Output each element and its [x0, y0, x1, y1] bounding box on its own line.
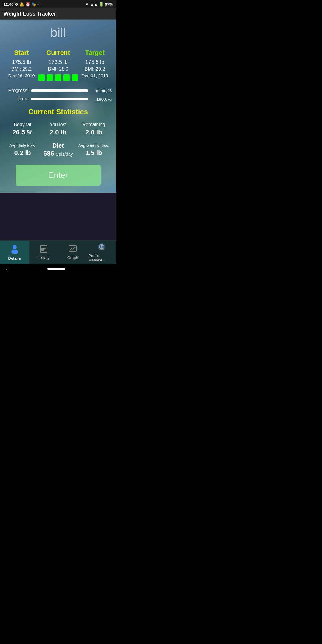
- start-weight: 175.5 lb: [5, 59, 38, 65]
- current-column: Current 173.5 lb BMI: 28.9: [38, 49, 78, 81]
- nav-profile[interactable]: Profile Manage...: [87, 241, 117, 264]
- square-4: [63, 74, 70, 81]
- start-label: Start: [5, 49, 38, 57]
- status-time: 12:00 ⚙ 🔔 ⏰ 🎭 •: [4, 2, 39, 7]
- avg-daily-item: Avg daily loss: 0.2 lb: [5, 143, 40, 157]
- progress-bar-fill: [31, 89, 88, 92]
- svg-point-11: [101, 245, 103, 247]
- profile-icon: [97, 243, 106, 252]
- progress-bar-container: [31, 89, 88, 92]
- avg-weekly-item: Avg weekly loss: 1.5 lb: [76, 143, 112, 157]
- current-stats-grid: Body fat 26.5 % You lost 2.0 lb Remainin…: [5, 122, 112, 136]
- gesture-bar: ‹: [0, 264, 116, 273]
- you-lost-value: 2.0 lb: [40, 129, 76, 136]
- progress-label: Progress:: [5, 88, 29, 93]
- start-date: Dec 26, 2019: [5, 73, 38, 78]
- you-lost-label: You lost: [40, 122, 76, 127]
- time-progress-row: Time: 180.0%: [5, 96, 112, 102]
- current-stats-title: Current Statistics: [5, 108, 112, 116]
- progress-row: Progress: Infinity%: [5, 88, 112, 93]
- progress-pct: Infinity%: [91, 88, 112, 93]
- history-label: History: [38, 256, 49, 260]
- svg-point-0: [13, 245, 17, 249]
- target-bmi: BMI: 29.2: [78, 66, 112, 72]
- history-icon: [39, 245, 48, 254]
- avg-daily-value: 0.2 lb: [5, 149, 40, 157]
- body-fat-value: 26.5 %: [5, 129, 40, 136]
- details-label: Details: [8, 256, 21, 261]
- square-3: [55, 74, 61, 81]
- details-icon: [10, 244, 19, 255]
- time-bar-container: [31, 98, 88, 100]
- current-weight: 173.5 lb: [38, 59, 78, 65]
- you-lost-item: You lost 2.0 lb: [40, 122, 76, 136]
- time-bar-fill: [31, 98, 88, 100]
- svg-rect-7: [69, 245, 76, 251]
- avg-daily-label: Avg daily loss:: [5, 143, 40, 148]
- user-name: bill: [5, 26, 112, 40]
- main-content: bill Start 175.5 lb BMI: 29.2 Dec 26, 20…: [0, 20, 116, 193]
- square-2: [47, 74, 53, 81]
- avg-weekly-label: Avg weekly loss:: [76, 143, 112, 148]
- start-column: Start 175.5 lb BMI: 29.2 Dec 26, 2019: [5, 49, 38, 81]
- profile-label: Profile Manage...: [89, 253, 115, 262]
- target-label: Target: [78, 49, 112, 57]
- start-bmi: BMI: 29.2: [5, 66, 38, 72]
- nav-graph[interactable]: Graph: [58, 241, 87, 264]
- svg-rect-2: [40, 245, 47, 253]
- remaining-label: Remaining: [76, 122, 112, 127]
- remaining-item: Remaining 2.0 lb: [76, 122, 112, 136]
- nav-details[interactable]: Details: [0, 241, 29, 264]
- body-fat-label: Body fat: [5, 122, 40, 127]
- app-title-bar: Weight Loss Tracker: [0, 8, 116, 20]
- avg-weekly-value: 1.5 lb: [76, 149, 112, 157]
- diet-label: Diet: [40, 142, 76, 149]
- bottom-nav: Details History Graph: [0, 240, 116, 264]
- target-weight: 175.5 lb: [78, 59, 112, 65]
- app-title: Weight Loss Tracker: [4, 11, 56, 17]
- square-1: [38, 74, 45, 81]
- graph-icon: [69, 245, 77, 254]
- dark-area: [0, 193, 116, 240]
- current-bmi: BMI: 28.9: [38, 66, 78, 72]
- time-label: Time:: [5, 96, 29, 102]
- nav-history[interactable]: History: [29, 241, 58, 264]
- enter-button[interactable]: Enter: [16, 165, 101, 186]
- diet-item: Diet 686 Cals/day: [40, 142, 76, 157]
- body-fat-item: Body fat 26.5 %: [5, 122, 40, 136]
- graph-label: Graph: [67, 256, 78, 260]
- target-date: Dec 31, 2019: [78, 73, 112, 78]
- status-bar: 12:00 ⚙ 🔔 ⏰ 🎭 • ▼ ▲▲ 🔋 97%: [0, 0, 116, 8]
- square-5: [72, 74, 78, 81]
- second-stats-row: Avg daily loss: 0.2 lb Diet 686 Cals/day…: [5, 142, 112, 157]
- stats-row: Start 175.5 lb BMI: 29.2 Dec 26, 2019 Cu…: [5, 49, 112, 81]
- remaining-value: 2.0 lb: [76, 129, 112, 136]
- svg-point-1: [11, 250, 18, 254]
- time-pct: 180.0%: [91, 97, 112, 102]
- back-arrow[interactable]: ‹: [6, 266, 8, 272]
- green-squares-indicator: [38, 74, 78, 81]
- diet-value: 686 Cals/day: [40, 150, 76, 157]
- target-column: Target 175.5 lb BMI: 29.2 Dec 31, 2019: [78, 49, 112, 81]
- progress-section: Progress: Infinity% Time: 180.0%: [5, 88, 112, 102]
- status-icons: ▼ ▲▲ 🔋 97%: [85, 2, 113, 7]
- current-label: Current: [38, 49, 78, 57]
- home-indicator[interactable]: [47, 268, 65, 270]
